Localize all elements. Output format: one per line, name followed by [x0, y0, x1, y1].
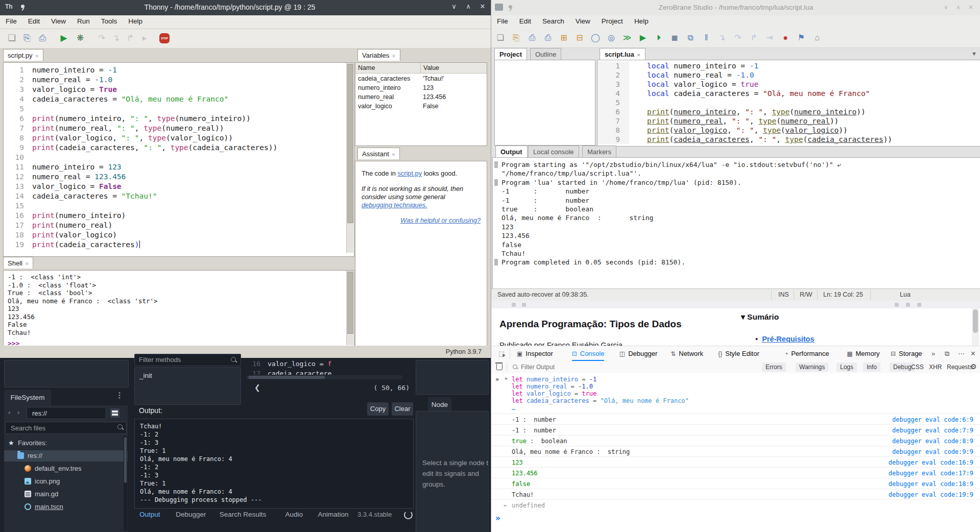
bottom-tab-output[interactable]: Output	[139, 511, 160, 518]
table-row[interactable]: cadeia_caracteres'Tchau!'	[355, 75, 487, 84]
tab-list-dropdown-icon[interactable]: ▼	[971, 51, 977, 57]
step-over-icon[interactable]: ↷	[95, 32, 108, 45]
godot-script-editor-fragment[interactable]: 16valor_logico = f17cadeia_caractere	[245, 358, 413, 375]
find-replace-icon[interactable]: ◎	[605, 32, 617, 44]
run-to-cursor2-icon[interactable]: ⇥	[763, 32, 776, 44]
step-out-icon[interactable]: ↱	[124, 32, 137, 45]
tab-filesystem[interactable]: FileSystem	[4, 390, 51, 405]
save-icon[interactable]: ⎙	[526, 32, 538, 44]
filesystem-item[interactable]: default_env.tres	[4, 463, 128, 474]
clear-console-icon[interactable]	[496, 364, 503, 370]
project-dir-choose-icon[interactable]: ⊟	[573, 32, 586, 44]
table-row[interactable]: numero_inteiro123	[355, 84, 487, 93]
close-icon[interactable]: ✕	[477, 3, 488, 12]
tab-inspector[interactable]: ▣Inspector	[517, 346, 553, 361]
pick-element-icon[interactable]: ⬚➤	[498, 350, 505, 357]
bottom-tab-search-results[interactable]: Search Results	[220, 511, 267, 518]
tab-markers[interactable]: Markers	[582, 146, 616, 158]
save-file-icon[interactable]: ⎙	[36, 32, 49, 45]
path-field[interactable]: res://	[27, 407, 106, 419]
project-dir-from-file-icon[interactable]: ⊞	[558, 32, 570, 44]
filter-warnings-button[interactable]: Warnings	[796, 362, 828, 372]
source-link[interactable]: debugger eval code:19:9	[889, 491, 973, 498]
feedback-link[interactable]: Was it helpful or confusing?	[400, 216, 481, 224]
filesystem-item[interactable]: main.gd	[4, 489, 128, 500]
step-out-icon[interactable]: ↱	[748, 32, 760, 44]
shell-panel[interactable]: -1 : <class 'int'>-1.0 : <class 'float'>…	[3, 270, 354, 347]
run-to-cursor-icon[interactable]: ⏵	[653, 32, 665, 44]
menu-file[interactable]: File	[0, 15, 22, 25]
stop-process-icon[interactable]: ◼	[668, 32, 681, 44]
menu-edit[interactable]: Edit	[514, 15, 537, 25]
source-link[interactable]: debugger eval code:6:9	[892, 416, 973, 423]
filesystem-item[interactable]: res://	[4, 450, 128, 462]
find-icon[interactable]: ◯	[589, 32, 602, 44]
source-link[interactable]: debugger eval code:9:9	[892, 448, 973, 455]
tab-output[interactable]: Output	[495, 146, 528, 158]
tab-console[interactable]: ⊡Console	[572, 346, 605, 361]
open-file-icon[interactable]: ⎘	[510, 32, 522, 44]
source-link[interactable]: debugger eval code:7:9	[892, 427, 973, 434]
filter-requests-toggle[interactable]: Requests	[947, 364, 973, 371]
script-py-link[interactable]: script.py	[397, 170, 422, 177]
save-all-icon[interactable]: ⎙	[542, 32, 554, 44]
devtools-console[interactable]: »▶let numero_inteiro = -1let numero_real…	[491, 373, 980, 532]
filter-logs-button[interactable]: Logs	[836, 362, 857, 372]
console-settings-gear-icon[interactable]: ⚙	[970, 362, 977, 371]
debugging-techniques-link[interactable]: debugging techniques.	[362, 201, 427, 209]
tab-project[interactable]: Project	[494, 48, 527, 60]
filesystem-scrollbar[interactable]	[124, 436, 127, 531]
expand-arrow-icon[interactable]: ▶	[505, 376, 508, 381]
lua-code-editor[interactable]: 1 local numero_inteiro = -12 local numer…	[597, 60, 980, 147]
tab-close-icon[interactable]: ✕	[25, 261, 29, 267]
tab-close-icon[interactable]: ✕	[392, 152, 396, 157]
console-input-row[interactable]: »	[495, 513, 500, 523]
nav-forward-icon[interactable]: ›	[17, 408, 19, 416]
tab-close-icon[interactable]: ✕	[35, 54, 39, 59]
python-code-editor[interactable]: 1numero_inteiro = -12numero_real = -1.03…	[3, 62, 354, 257]
menu-search[interactable]: Search	[537, 15, 570, 25]
thonny-titlebar[interactable]: Th Thonny - /home/franco/tmp/python/scri…	[0, 0, 491, 15]
menu-help[interactable]: Help	[123, 15, 148, 25]
new-file-icon[interactable]: ❏	[494, 32, 507, 44]
tab-performance[interactable]: ◔Performance	[784, 346, 829, 361]
tab-variables[interactable]: Variables✕	[357, 49, 400, 61]
menu-edit[interactable]: Edit	[22, 15, 45, 25]
table-row[interactable]: valor_logicoFalse	[355, 103, 487, 112]
bookmark-toggle-icon[interactable]: ⚑	[795, 32, 807, 44]
zerobrane-titlebar[interactable]: ZeroBrane Studio - /home/franco/tmp/lua/…	[491, 0, 980, 16]
menu-file[interactable]: File	[491, 15, 514, 25]
pause-icon[interactable]: ‖	[700, 32, 712, 44]
bottom-tab-animation[interactable]: Animation	[318, 511, 349, 518]
author-link[interactable]: Franco Eusébio Garcia	[547, 341, 623, 346]
collapsed-ellipsis[interactable]: …	[512, 404, 515, 412]
zerobrane-output-log[interactable]: Program starting as '"/opt/zbstudio/bin/…	[492, 157, 980, 289]
tab-close-icon[interactable]: ✕	[392, 54, 396, 59]
breakpoint-toggle-icon[interactable]: ●	[779, 32, 792, 44]
source-link[interactable]: debugger eval code:17:9	[889, 470, 973, 477]
table-row[interactable]: numero_real123.456	[355, 93, 487, 103]
filter-xhr-toggle[interactable]: XHR	[929, 364, 942, 371]
tab-memory[interactable]: ▦Memory	[847, 346, 879, 361]
debug-script-icon[interactable]: ❋	[74, 32, 87, 45]
menu-view[interactable]: View	[570, 15, 596, 25]
close-icon[interactable]: ✕	[968, 4, 973, 11]
filesystem-item[interactable]: main.tscn	[4, 501, 128, 513]
tab-assistant[interactable]: Assistant✕	[357, 148, 400, 159]
tab-style-editor[interactable]: {}Style Editor	[718, 346, 759, 361]
source-link[interactable]: debugger eval code:16:9	[889, 459, 973, 466]
source-link[interactable]: debugger eval code:18:9	[889, 480, 973, 488]
menu-run[interactable]: Run	[71, 15, 95, 25]
tab-shell[interactable]: Shell✕	[3, 257, 33, 269]
tab-node[interactable]: Node	[428, 397, 451, 411]
commandbar-icon[interactable]: ⌂	[811, 32, 823, 44]
editor-scrollbar[interactable]	[346, 63, 353, 253]
filesystem-menu-icon[interactable]: •••	[118, 392, 122, 399]
display-mode-icon[interactable]	[110, 408, 119, 418]
new-file-icon[interactable]: ❏	[5, 32, 18, 45]
methods-list[interactable]: _init	[134, 367, 241, 405]
filter-output-input[interactable]: Filter Output	[521, 364, 555, 371]
step-into-icon[interactable]: ↴	[109, 32, 123, 45]
filter-errors-button[interactable]: Errors	[762, 362, 786, 372]
tab-network[interactable]: ⇅Network	[671, 346, 703, 361]
